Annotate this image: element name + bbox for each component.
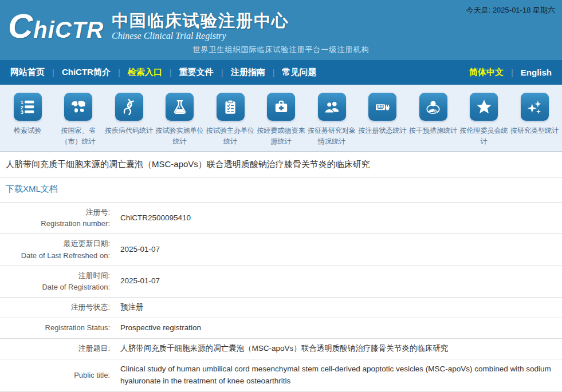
dna-icon (115, 93, 143, 121)
download-section: 下载XML文档 (0, 177, 562, 202)
tool-label: 按试验实施单位统计 (155, 125, 205, 146)
tool-search-trials[interactable]: 1 2 3 检索试验 (2, 93, 53, 146)
tool-stats-by-ethics-committee[interactable]: 按伦理委员会统计 (459, 93, 509, 146)
nav-item-important-documents[interactable]: 重要文件 (179, 67, 214, 78)
last-refreshed-date-value: 2025-01-07 (116, 234, 562, 265)
row-label-en: Date of Last Refreshed on: (0, 250, 110, 262)
tool-label: 按疾病代码统计 (105, 125, 153, 136)
registration-status-en-value: Prospective registration (116, 318, 562, 338)
nav-separator: | (52, 68, 54, 77)
row-label: 注册号状态: (0, 298, 116, 318)
tool-label: 按国家、省（市）统计 (53, 125, 104, 146)
keyboard-mouse-icon (368, 93, 396, 121)
sparkles-icon (521, 93, 549, 121)
nav-item-search-entry[interactable]: 检索入口 (128, 67, 162, 78)
row-label-cn: 注册号状态: (0, 302, 110, 313)
nav-separator: | (511, 68, 513, 77)
table-row: Registration Status: Prospective registr… (0, 318, 562, 339)
table-row: 最近更新日期: Date of Last Refreshed on: 2025-… (0, 234, 562, 266)
tool-stats-by-disease-code[interactable]: 按疾病代码统计 (104, 93, 154, 146)
nav-separator: | (170, 68, 172, 77)
row-label: 注册号: Registration number: (0, 203, 116, 233)
site-header: 今天是: 2025-01-18 星期六 ChiCTR 中国临床试验注册中心 Ch… (0, 0, 562, 60)
registration-details-table: 注册号: Registration number: ChiCTR25000954… (0, 202, 562, 392)
tool-label: 按伦理委员会统计 (459, 125, 509, 146)
site-title-chinese: 中国临床试验注册中心 (112, 11, 289, 30)
nav-separator: | (118, 68, 120, 77)
registration-status-cn-value: 预注册 (116, 298, 562, 318)
tool-stats-by-country-province[interactable]: 按国家、省（市）统计 (53, 93, 104, 146)
row-label-cn: 最近更新日期: (0, 238, 110, 250)
row-label-en: Registration Status: (0, 322, 110, 334)
row-label-en: Public title: (0, 370, 110, 381)
tool-label: 检索试验 (14, 125, 41, 136)
lang-simplified-chinese[interactable]: 简体中文 (469, 67, 504, 78)
site-title-english: Chinese Clinical Trial Registry (112, 31, 289, 41)
numbered-list-icon: 1 2 3 (14, 93, 42, 121)
nav-item-about[interactable]: ChiCTR简介 (62, 67, 111, 78)
tool-label: 按干预措施统计 (409, 125, 457, 136)
row-label: 最近更新日期: Date of Last Refreshed on: (0, 234, 116, 265)
star-icon (470, 93, 498, 121)
table-row: Public title: Clinical study of human um… (0, 359, 562, 392)
row-label: Public title: (0, 359, 116, 391)
tool-label: 按研究类型统计 (510, 125, 559, 136)
main-navbar: 网站首页 | ChiCTR简介 | 检索入口 | 重要文件 | 注册指南 | 常… (0, 60, 562, 85)
tool-label: 按经费或物资来源统计 (256, 125, 306, 146)
table-row: 注册题目: 人脐带间充质干细胞来源的凋亡囊泡（MSC-apoVs）联合透明质酸钠… (0, 339, 562, 359)
chictr-logo: ChiCTR (8, 9, 104, 43)
registration-number-value: ChiCTR2500095410 (116, 203, 562, 233)
people-icon (318, 93, 346, 121)
flask-icon (166, 93, 194, 121)
tool-stats-by-implementing-unit[interactable]: 按试验实施单位统计 (155, 93, 205, 146)
doctor-icon (419, 93, 447, 121)
statistics-toolbar: 1 2 3 检索试验 按国家、省（市）统计 (0, 85, 562, 152)
row-label: 注册时间: Date of Registration: (0, 266, 116, 297)
row-label: 注册题目: (0, 339, 116, 359)
row-label-cn: 注册时间: (0, 270, 110, 282)
row-label: Registration Status: (0, 318, 116, 338)
row-label-cn: 注册号: (0, 207, 110, 218)
current-date: 今天是: 2025-01-18 星期六 (466, 5, 555, 15)
nav-item-home[interactable]: 网站首页 (10, 67, 45, 78)
public-title-value: Clinical study of human umbilical cord m… (116, 359, 562, 391)
row-label-en: Registration number: (0, 218, 110, 229)
tool-stats-by-sponsor-unit[interactable]: 按试验主办单位统计 (205, 93, 256, 146)
lang-english[interactable]: English (521, 68, 552, 77)
tool-stats-by-registration-status[interactable]: 按注册状态统计 (357, 93, 408, 146)
clipboard-icon (217, 93, 245, 121)
table-row: 注册号状态: 预注册 (0, 298, 562, 318)
tool-label: 按试验主办单位统计 (205, 125, 256, 146)
row-label-cn: 注册题目: (0, 343, 110, 354)
table-row: 注册号: Registration number: ChiCTR25000954… (0, 203, 562, 234)
tool-stats-by-study-type[interactable]: 按研究类型统计 (509, 93, 560, 146)
registration-date-value: 2025-01-07 (116, 266, 562, 297)
table-row: 注册时间: Date of Registration: 2025-01-07 (0, 266, 562, 298)
nav-item-registration-guide[interactable]: 注册指南 (231, 67, 265, 78)
who-registry-subtitle: 世界卫生组织国际临床试验注册平台一级注册机构 (0, 45, 562, 55)
trial-title: 人脐带间充质干细胞来源的凋亡囊泡（MSC-apoVs）联合透明质酸钠治疗膝骨关节… (0, 152, 562, 177)
tool-stats-by-funding-source[interactable]: 按经费或物资来源统计 (256, 93, 306, 146)
registered-title-cn-value: 人脐带间充质干细胞来源的凋亡囊泡（MSC-apoVs）联合透明质酸钠治疗膝骨关节… (116, 339, 562, 359)
svg-text:3: 3 (21, 109, 23, 115)
tool-stats-by-intervention[interactable]: 按干预措施统计 (408, 93, 458, 146)
nav-separator: | (273, 68, 275, 77)
download-xml-link[interactable]: 下载XML文档 (6, 184, 58, 193)
world-map-icon (64, 93, 92, 121)
tool-stats-by-recruitment-status[interactable]: 按征募研究对象情况统计 (306, 93, 357, 146)
nav-item-faq[interactable]: 常见问题 (282, 67, 317, 78)
nav-separator: | (221, 68, 223, 77)
tool-label: 按注册状态统计 (359, 125, 407, 136)
tool-label: 按征募研究对象情况统计 (306, 125, 357, 146)
row-label-en: Date of Registration: (0, 282, 110, 293)
medical-bag-icon (267, 93, 295, 121)
